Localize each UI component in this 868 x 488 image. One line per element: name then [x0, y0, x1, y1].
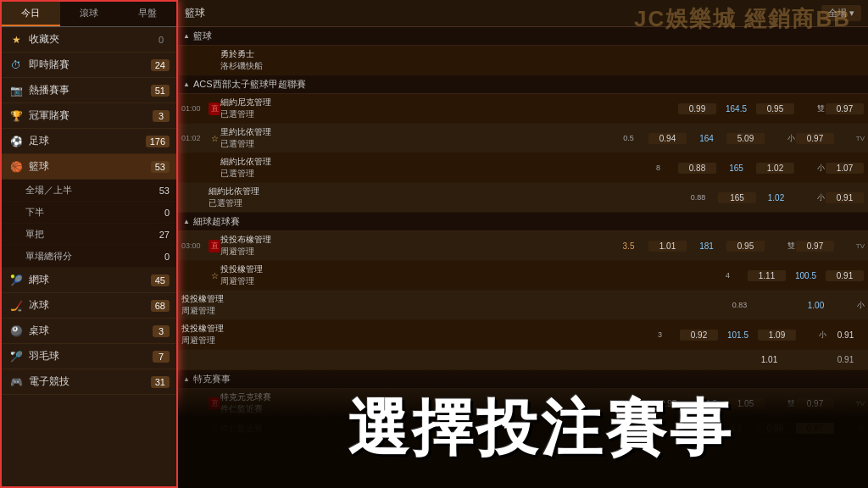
hot-count: 51 [151, 85, 170, 97]
total-col: 1.00 [797, 301, 835, 310]
team2-name: 周避管理 [181, 305, 721, 317]
favorites-label: 收藏夾 [29, 32, 153, 47]
team2-name: 已選管理 [209, 197, 679, 209]
section-header-4: ▲ 特克賽事 [178, 370, 868, 389]
table-row: 投投橡管理 周避管理 0.83 1.00 小 [178, 291, 868, 320]
highlighted-odds-btn[interactable]: 0.87 [796, 423, 834, 434]
sidebar-item-tennis[interactable]: 🎾 網球 45 [2, 268, 176, 293]
odds-btn[interactable]: 165 [718, 192, 756, 203]
snooker-label: 桌球 [29, 324, 153, 338]
total-col: 100.5 [787, 271, 825, 280]
tab-early[interactable]: 早盤 [118, 2, 176, 26]
side-odds-btn[interactable]: 0.97 [796, 241, 834, 252]
section-title-3: 細球超球賽 [193, 215, 240, 228]
basketball-sub-items: 全場／上半 53 下半 0 單把 27 單場總得分 0 [2, 180, 176, 268]
row-teams: 勇於勇士 洛杉磯快船 [220, 48, 788, 72]
sub-odds: 0.91 [826, 330, 865, 340]
odds-btn[interactable]: 0.99 [678, 103, 716, 114]
table-row: 勇於勇士 洛杉磯快船 [178, 46, 868, 75]
total-odds-btn[interactable]: 1.09 [758, 330, 796, 341]
side-odds-btn[interactable]: 0.97 [796, 133, 834, 144]
side-label: 雙 [795, 103, 825, 114]
spread2-col: 8 [639, 164, 677, 172]
sidebar-item-football[interactable]: ⚽ 足球 176 [2, 129, 176, 154]
row-teams: 投投橡管理 周避管理 [181, 293, 721, 317]
sidebar-item-icehockey[interactable]: 🏒 冰球 68 [2, 293, 176, 319]
team1-name: 細約比依管理 [220, 156, 639, 168]
odds-btn[interactable]: 1.11 [748, 270, 786, 281]
live-label: 即時賭賽 [29, 58, 151, 72]
score-col: 0.88 [679, 193, 717, 202]
sub-item-single[interactable]: 單把 27 [2, 224, 176, 246]
total-col: 165 [717, 164, 755, 173]
sidebar-item-basketball[interactable]: 🏀 籃球 53 [2, 154, 176, 180]
content-filter-button[interactable]: 全場 ▾ [821, 5, 861, 21]
odds-btn[interactable]: 0.96 [756, 423, 794, 434]
spread-col: 0.5 [609, 134, 648, 142]
total-odds-btn[interactable]: 1.05 [726, 398, 765, 409]
team1-name: 投投橡管理 [181, 323, 641, 335]
odds-btn[interactable]: 0.88 [678, 163, 716, 174]
score-col2: 0.83 [721, 301, 759, 309]
live-icon: 直 [209, 103, 220, 115]
2ndhalf-label: 下半 [25, 206, 153, 219]
side-label: 雙 [765, 241, 795, 252]
chevron-up-icon-1: ▲ [183, 32, 190, 40]
team1-name: 特克元克球賽 [220, 391, 649, 403]
trophy-icon: 🏆 [8, 108, 24, 124]
fullhalf-label: 全場／上半 [25, 184, 153, 197]
total-col: 1.02 [757, 193, 795, 202]
total-odds-btn[interactable]: 5.09 [726, 133, 765, 144]
sub-item-fullhalf[interactable]: 全場／上半 53 [2, 180, 176, 202]
betting-table: ▲ 籃球 勇於勇士 洛杉磯快船 ▲ ACS西部太子籃球甲超聯賽 [178, 27, 868, 488]
side-odds-btn[interactable]: 0.91 [826, 192, 864, 203]
sidebar-item-live[interactable]: ⏱ 即時賭賽 24 [2, 53, 176, 78]
sidebar-item-snooker[interactable]: 🎱 桌球 3 [2, 319, 176, 344]
total-odds-btn[interactable]: 0.95 [756, 103, 794, 114]
tab-live[interactable]: 滾球 [60, 2, 119, 26]
tab-today[interactable]: 今日 [2, 2, 60, 26]
sidebar-item-badminton[interactable]: 🏸 羽毛球 7 [2, 344, 176, 369]
total-odds-btn[interactable]: 0.91 [826, 270, 864, 281]
side-label: 小 [795, 163, 825, 174]
team1-name: 投投布橡管理 [220, 234, 609, 246]
team2-name: 件仁監近賽 [220, 423, 717, 435]
badminton-label: 羽毛球 [29, 349, 153, 363]
row-time: 03:00 [181, 241, 209, 250]
handicap-val: 3.5 [609, 241, 648, 251]
table-row: 直 特克元克球賽 件仁監近賽 0.97 164.5 1.05 雙 0.97 TV [178, 389, 868, 419]
table-row: 01:00 直 細約尼克管理 已選管理 0.99 164.5 0.95 雙 0.… [178, 94, 868, 124]
table-row: 1.01 0.91 [178, 350, 868, 370]
odds-btn[interactable]: 1.01 [648, 241, 687, 252]
odds-col[interactable]: 0.97 [649, 399, 687, 408]
totalscore-label: 單場總得分 [25, 250, 153, 263]
side-odds-btn[interactable]: 0.97 [826, 103, 864, 114]
side-odds-btn[interactable]: 0.97 [796, 398, 834, 409]
spread3-col: 4 [709, 271, 747, 280]
single-count: 27 [153, 230, 170, 240]
total-odds-btn[interactable]: 1.02 [756, 163, 794, 174]
odds-btn[interactable]: 0.94 [648, 133, 687, 144]
snooker-count: 3 [153, 325, 170, 337]
content-sport-title: 籃球 [185, 6, 205, 20]
total-col: 164 [687, 134, 726, 143]
table-row: 細約比依管理 已選管理 0.88 165 1.02 小 0.91 [178, 183, 868, 213]
live-icon2: 直 [209, 240, 220, 252]
snooker-icon: 🎱 [8, 324, 24, 339]
side-odds-btn[interactable]: 1.07 [826, 163, 864, 174]
football-label: 足球 [29, 134, 146, 148]
sub-item-totalscore[interactable]: 單場總得分 0 [2, 246, 176, 268]
favorites-count: 0 [153, 34, 170, 46]
sidebar-item-champion[interactable]: 🏆 冠軍賭賽 3 [2, 103, 176, 129]
sidebar-item-hot[interactable]: 📷 熱播賽事 51 [2, 78, 176, 103]
row-teams: 細約比依管理 已選管理 [209, 186, 679, 209]
sidebar: 今日 滾球 早盤 ★ 收藏夾 0 ⏱ 即時賭賽 24 📷 熱播賽事 51 [0, 0, 178, 488]
sub-item-2ndhalf[interactable]: 下半 0 [2, 202, 176, 224]
sidebar-item-esports[interactable]: 🎮 電子競技 31 [2, 369, 176, 395]
total-odds-btn[interactable]: 0.95 [726, 241, 765, 252]
icehockey-count: 68 [151, 300, 170, 312]
odds-btn[interactable]: 0.92 [680, 330, 718, 341]
sidebar-item-favorites[interactable]: ★ 收藏夾 0 [2, 27, 176, 53]
row-teams: 細約比依管理 已選管理 [220, 156, 639, 180]
tennis-icon: 🎾 [8, 273, 24, 288]
